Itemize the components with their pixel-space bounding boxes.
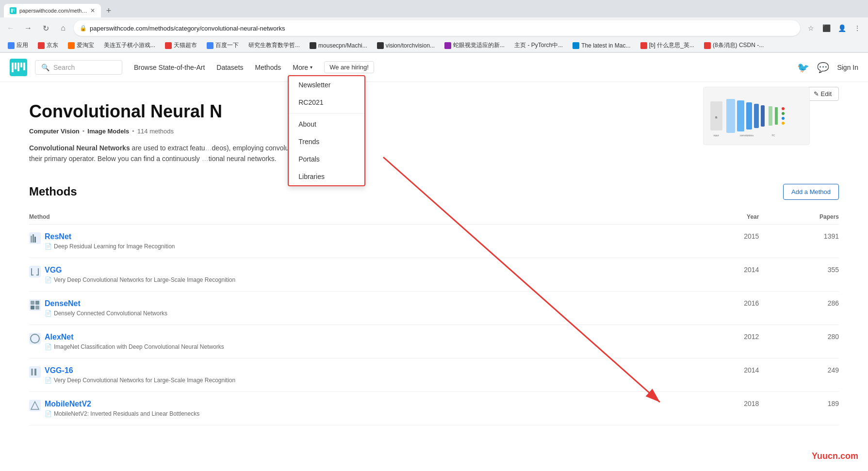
extensions-button[interactable]: ⬛: [819, 21, 833, 35]
method-cell: VGG 📄 Very Deep Convolutional Networks f…: [29, 266, 671, 283]
profile-button[interactable]: 👤: [835, 21, 849, 35]
svg-point-21: [782, 122, 785, 125]
browser-tabs-bar: paperswithcode.com/methods/c... ✕ +: [0, 0, 868, 17]
method-name[interactable]: AlexNet: [45, 333, 224, 341]
paper-icon: 📄: [45, 310, 52, 317]
home-button[interactable]: ⌂: [56, 21, 70, 35]
tab-close-icon[interactable]: ✕: [90, 7, 95, 14]
nav-browse[interactable]: Browse State-of-the-Art: [134, 64, 205, 71]
svg-rect-29: [35, 301, 39, 305]
nav-methods[interactable]: Methods: [255, 64, 281, 71]
dropdown-item-libraries[interactable]: Libraries: [289, 168, 364, 185]
dropdown-item-trends[interactable]: Trends: [289, 133, 364, 150]
bookmark-taobao[interactable]: 爱淘宝: [64, 40, 98, 50]
breadcrumb-subcategory[interactable]: Image Models: [87, 128, 129, 135]
nav-more-dropdown[interactable]: More ▾ Newsletter RC2021 About Trends Po…: [293, 64, 312, 71]
paper-icon: 📄: [45, 343, 52, 350]
new-tab-button[interactable]: +: [102, 4, 115, 17]
twitter-icon[interactable]: 🐦: [797, 62, 809, 73]
svg-rect-30: [31, 306, 34, 309]
bookmark-jd[interactable]: 京东: [34, 40, 62, 50]
dropdown-item-rc2021[interactable]: RC2021: [289, 94, 364, 111]
back-button[interactable]: ←: [4, 21, 17, 35]
csdn-icon: [704, 42, 711, 49]
svg-text:FC: FC: [772, 134, 775, 137]
dropdown-item-about[interactable]: About: [289, 115, 364, 133]
reload-button[interactable]: ↻: [39, 21, 52, 35]
address-bar[interactable]: 🔒 paperswithcode.com/methods/category/co…: [74, 20, 800, 36]
more-label: More: [293, 64, 308, 71]
forward-button[interactable]: →: [21, 21, 35, 35]
method-papers: 286: [778, 291, 839, 325]
site-logo[interactable]: [10, 59, 27, 76]
bookmark-mac[interactable]: The latest in Mac...: [569, 41, 634, 50]
breadcrumb-category[interactable]: Computer Vision: [29, 128, 80, 135]
dropdown-item-newsletter[interactable]: Newsletter: [289, 76, 364, 94]
svg-rect-25: [31, 236, 32, 243]
methods-section: Methods Add a Method Method Year Papers: [29, 184, 839, 425]
method-icon: [29, 266, 41, 277]
svg-point-20: [782, 117, 785, 120]
bookmark-youdao[interactable]: [b] 什么意思_英...: [637, 40, 698, 50]
bookmark-star-button[interactable]: ☆: [804, 21, 818, 35]
description-strong: Convolutional Neural Networks: [29, 144, 130, 152]
svg-point-18: [782, 107, 785, 110]
method-paper: 📄 Densely Connected Convolutional Networ…: [45, 310, 167, 317]
method-papers: 280: [778, 325, 839, 358]
bookmark-tmall[interactable]: 天猫超市: [161, 40, 201, 50]
bookmark-edu[interactable]: 研究生教育数学哲...: [245, 40, 304, 50]
paper-icon: 📄: [45, 377, 52, 384]
menu-button[interactable]: ⋮: [851, 21, 864, 35]
bookmark-apps[interactable]: 应用: [4, 40, 32, 50]
browser-toolbar: ← → ↻ ⌂ 🔒 paperswithcode.com/methods/cat…: [0, 17, 868, 39]
tmall-icon: [165, 42, 172, 49]
add-method-button[interactable]: Add a Method: [783, 184, 839, 200]
method-papers: 189: [778, 391, 839, 425]
site-search[interactable]: 🔍 Search: [35, 60, 122, 75]
bookmark-mouse[interactable]: mousecpn/Machi...: [306, 41, 371, 50]
svg-rect-5: [15, 63, 16, 69]
method-year: 2015: [671, 224, 778, 258]
breadcrumb-sep2: •: [132, 128, 134, 135]
sign-in-button[interactable]: Sign In: [837, 64, 858, 71]
bookmark-game[interactable]: 美连五子棋小游戏...: [100, 40, 159, 50]
dropdown-item-portals[interactable]: Portals: [289, 150, 364, 168]
svg-rect-7: [20, 63, 22, 67]
bookmark-baidu[interactable]: 百度一下: [203, 40, 243, 50]
method-paper: 📄 MobileNetV2: Inverted Residuals and Li…: [45, 410, 199, 417]
method-year: 2012: [671, 325, 778, 358]
method-icon: [29, 366, 41, 378]
svg-rect-27: [34, 237, 36, 243]
bookmark-vision[interactable]: vision/torchvision...: [373, 41, 439, 50]
baidu-icon: [207, 42, 213, 49]
bookmark-csdn[interactable]: (8条消息) CSDN -...: [700, 40, 768, 50]
method-name[interactable]: DenseNet: [45, 299, 167, 308]
slack-icon[interactable]: 💬: [817, 62, 829, 73]
bookmark-snake[interactable]: 蛇眼视觉适应的新...: [441, 40, 508, 50]
cnn-diagram-svg: a input convolutions FC: [708, 92, 805, 140]
active-tab[interactable]: paperswithcode.com/methods/c... ✕: [4, 4, 101, 17]
svg-rect-26: [33, 234, 34, 243]
nav-datasets[interactable]: Datasets: [216, 64, 243, 71]
method-cell: AlexNet 📄 ImageNet Classification with D…: [29, 333, 671, 350]
svg-rect-8: [23, 63, 25, 70]
browser-action-buttons: ☆ ⬛ 👤 ⋮: [804, 21, 864, 35]
chevron-down-icon: ▾: [310, 65, 312, 70]
method-year: 2014: [671, 258, 778, 291]
table-row: VGG-16 📄 Very Deep Convolutional Network…: [29, 358, 839, 391]
method-icon: [29, 299, 41, 311]
methods-title: Methods: [29, 185, 77, 198]
svg-rect-15: [761, 105, 765, 127]
method-name[interactable]: VGG: [45, 266, 235, 275]
method-name[interactable]: MobileNetV2: [45, 400, 199, 408]
edit-button[interactable]: ✎ Edit: [806, 87, 839, 101]
svg-rect-28: [31, 301, 34, 305]
method-name[interactable]: VGG-16: [45, 366, 235, 375]
method-papers: 249: [778, 358, 839, 391]
bookmark-pytorch[interactable]: 主页 - PyTorch中...: [510, 40, 567, 50]
table-row: ResNet 📄 Deep Residual Learning for Imag…: [29, 224, 839, 258]
methods-header: Methods Add a Method: [29, 184, 839, 200]
method-name[interactable]: ResNet: [45, 232, 175, 241]
we-are-hiring-badge[interactable]: We are hiring!: [324, 61, 374, 73]
method-paper: 📄 Very Deep Convolutional Networks for L…: [45, 276, 235, 283]
